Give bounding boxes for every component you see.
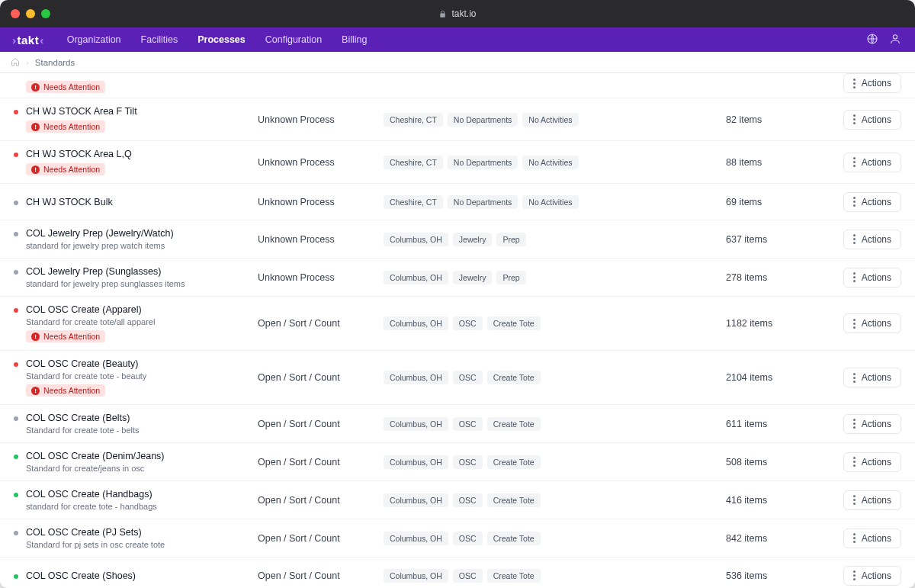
- table-row[interactable]: CH WJ STOCK Area L,Q!Needs AttentionUnkn…: [0, 141, 915, 184]
- actions-label: Actions: [862, 197, 891, 207]
- row-main: COL OSC Create (Belts)Standard for creat…: [14, 413, 258, 435]
- home-icon[interactable]: [11, 57, 20, 68]
- breadcrumb-current[interactable]: Standards: [35, 58, 75, 67]
- actions-button[interactable]: Actions: [843, 230, 901, 249]
- process-type: Unknown Process: [258, 234, 384, 245]
- tag: Create Tote: [487, 316, 541, 330]
- row-subtitle: Standard for create tote - belts: [26, 426, 140, 435]
- maximize-window-button[interactable]: [41, 9, 50, 18]
- actions-button[interactable]: Actions: [843, 414, 901, 434]
- chevron-right-icon: ›: [26, 58, 29, 67]
- actions-button[interactable]: Actions: [843, 268, 901, 288]
- tag: Create Tote: [487, 455, 541, 469]
- table-row[interactable]: CH WJ STOCK Area F Tilt!Needs AttentionU…: [0, 98, 915, 141]
- more-icon: [853, 457, 856, 467]
- status-dot: [14, 531, 18, 535]
- tag-list: Columbus, OHJewelryPrep: [384, 271, 726, 284]
- actions-label: Actions: [862, 234, 891, 245]
- row-title: COL OSC Create (Handbags): [26, 489, 157, 500]
- table-row[interactable]: COL OSC Create (Beauty)Standard for crea…: [0, 351, 915, 405]
- table-row[interactable]: COL OSC Create (PJ Sets)Standard for pj …: [0, 519, 915, 557]
- nav-item-organization[interactable]: Organization: [58, 30, 130, 50]
- titlebar: takt.io: [0, 0, 915, 27]
- actions-button[interactable]: Actions: [843, 529, 901, 548]
- actions-button[interactable]: Actions: [843, 192, 901, 212]
- actions-label: Actions: [862, 157, 891, 168]
- nav-item-configuration[interactable]: Configuration: [256, 30, 331, 50]
- row-main: CH WJ STOCK Area L,Q!Needs Attention: [14, 149, 258, 175]
- lock-icon: [438, 10, 447, 18]
- row-title: COL OSC Create (Denim/Jeans): [26, 451, 165, 461]
- tag: No Activities: [522, 113, 578, 127]
- table-row[interactable]: !Needs AttentionActions: [0, 73, 915, 98]
- actions-cell: Actions: [825, 452, 901, 472]
- process-type: Open / Sort / Count: [258, 419, 384, 429]
- row-main: COL OSC Create (Handbags)standard for cr…: [14, 489, 258, 511]
- tag: Columbus, OH: [384, 455, 448, 469]
- actions-cell: Actions: [825, 73, 901, 93]
- url-text: takt.io: [451, 8, 476, 19]
- actions-label: Actions: [862, 495, 891, 506]
- row-main: COL Jewelry Prep (Sunglasses)standard fo…: [14, 266, 258, 288]
- table-row[interactable]: COL OSC Create (Handbags)standard for cr…: [0, 481, 915, 519]
- name-block: COL OSC Create (PJ Sets)Standard for pj …: [26, 527, 165, 549]
- tag: Columbus, OH: [384, 316, 448, 330]
- actions-button[interactable]: Actions: [843, 153, 901, 172]
- row-subtitle: standard for jewelry prep sunglasses ite…: [26, 279, 185, 288]
- row-main: !Needs Attention: [14, 77, 258, 93]
- table-row[interactable]: COL Jewelry Prep (Sunglasses)standard fo…: [0, 259, 915, 297]
- status-dot: [14, 110, 18, 114]
- row-title: COL OSC Create (Belts): [26, 413, 140, 423]
- tag: OSC: [453, 417, 483, 431]
- nav-item-processes[interactable]: Processes: [188, 30, 255, 50]
- table-row[interactable]: COL OSC Create (Belts)Standard for creat…: [0, 405, 915, 443]
- table-row[interactable]: COL OSC Create (Shoes)Open / Sort / Coun…: [0, 557, 915, 588]
- actions-button[interactable]: Actions: [843, 490, 901, 510]
- logo[interactable]: takt: [12, 34, 44, 47]
- actions-label: Actions: [862, 78, 891, 88]
- more-icon: [853, 157, 856, 167]
- needs-attention-badge: !Needs Attention: [26, 163, 105, 175]
- needs-attention-label: Needs Attention: [43, 82, 100, 92]
- row-main: CH WJ STOCK Area F Tilt!Needs Attention: [14, 106, 258, 133]
- actions-label: Actions: [862, 570, 891, 581]
- actions-cell: Actions: [825, 414, 901, 434]
- tag: Create Tote: [487, 417, 541, 431]
- close-window-button[interactable]: [11, 9, 20, 18]
- tag-list: Columbus, OHOSCCreate Tote: [384, 371, 726, 384]
- tag: Create Tote: [487, 493, 541, 507]
- name-block: CH WJ STOCK Area F Tilt!Needs Attention: [26, 106, 137, 133]
- row-main: COL OSC Create (PJ Sets)Standard for pj …: [14, 527, 258, 549]
- tag: Prep: [496, 233, 525, 246]
- actions-button[interactable]: Actions: [843, 368, 901, 387]
- actions-button[interactable]: Actions: [843, 313, 901, 333]
- actions-button[interactable]: Actions: [843, 452, 901, 472]
- tag: Jewelry: [453, 271, 493, 284]
- actions-cell: Actions: [825, 368, 901, 387]
- tag: No Activities: [522, 156, 578, 169]
- status-dot: [14, 416, 18, 421]
- tag: Cheshire, CT: [384, 113, 443, 127]
- process-type: Unknown Process: [258, 157, 384, 168]
- table-row[interactable]: COL Jewelry Prep (Jewelry/Watch)standard…: [0, 220, 915, 259]
- minimize-window-button[interactable]: [26, 9, 35, 18]
- table-row[interactable]: COL OSC Create (Denim/Jeans)Standard for…: [0, 443, 915, 481]
- actions-button[interactable]: Actions: [843, 566, 901, 586]
- tag: OSC: [453, 455, 483, 469]
- tag: Create Tote: [487, 532, 541, 545]
- row-main: COL OSC Create (Apparel)Standard for cre…: [14, 304, 258, 342]
- tag: Columbus, OH: [384, 493, 448, 507]
- row-title: CH WJ STOCK Area F Tilt: [26, 106, 137, 117]
- tag: Columbus, OH: [384, 417, 448, 431]
- actions-button[interactable]: Actions: [843, 110, 901, 130]
- process-type: Open / Sort / Count: [258, 457, 384, 468]
- nav-item-billing[interactable]: Billing: [332, 30, 376, 50]
- actions-label: Actions: [862, 272, 891, 283]
- more-icon: [853, 197, 856, 207]
- globe-icon[interactable]: [866, 33, 878, 47]
- table-row[interactable]: COL OSC Create (Apparel)Standard for cre…: [0, 297, 915, 351]
- nav-item-facilities[interactable]: Facilities: [132, 30, 188, 50]
- user-icon[interactable]: [889, 33, 901, 47]
- actions-button[interactable]: Actions: [843, 73, 901, 93]
- table-row[interactable]: CH WJ STOCK BulkUnknown ProcessCheshire,…: [0, 184, 915, 220]
